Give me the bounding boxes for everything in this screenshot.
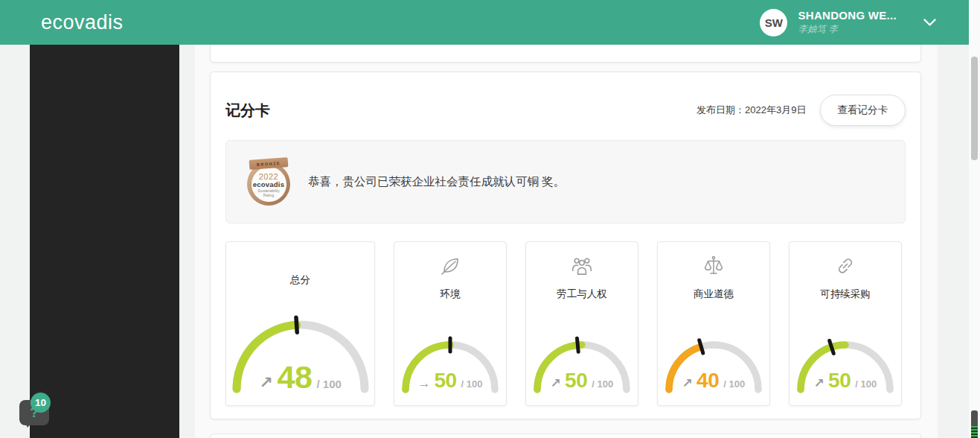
gauge-card-2: 环境→50/ 100 (394, 241, 507, 406)
gauge-score-max: / 100 (461, 378, 483, 390)
gauge-score: ↗50/ 100 (790, 369, 901, 393)
gauge: ↗48/ 100 (226, 313, 374, 396)
trend-up-icon: ↗ (814, 375, 824, 391)
ecovadis-dashboard-page: ecovadis SW SHANDONG WE... 李妯笃 李 记分卡 发布日… (0, 0, 980, 438)
account-dropdown[interactable]: SW SHANDONG WE... 李妯笃 李 (760, 9, 936, 36)
avatar: SW (760, 9, 787, 36)
trend-flat-icon: → (417, 376, 430, 391)
gauge-score-value: 50 (565, 369, 587, 393)
gauge-score-value: 48 (278, 359, 313, 396)
previous-section-card (210, 45, 921, 63)
leaf-icon (394, 253, 506, 279)
account-name: SHANDONG WE... (798, 9, 897, 22)
gauge-score-max: / 100 (723, 378, 745, 390)
scrollbar-thumb[interactable] (971, 57, 978, 160)
gauge-score-value: 40 (696, 369, 719, 393)
gauge-title: 总分 (226, 273, 374, 287)
scorecard-header: 记分卡 发布日期：2022年3月9日 查看记分卡 (225, 95, 906, 125)
people-icon (526, 253, 638, 279)
gauge-needle (577, 338, 579, 352)
gauge-score-max: / 100 (855, 378, 877, 390)
gauge-score: ↗48/ 100 (226, 359, 374, 396)
scrollbar-track[interactable] (969, 0, 980, 438)
chevron-down-icon (923, 19, 936, 26)
gauge-score: ↗40/ 100 (658, 369, 769, 393)
ecovadis-logo[interactable]: ecovadis (41, 11, 124, 34)
gauge-score-max: / 100 (316, 378, 341, 390)
gauge: ↗40/ 100 (658, 319, 769, 393)
gauge-needle (296, 317, 297, 332)
gauge-title: 可持续采购 (790, 288, 901, 301)
gauge-title: 劳工与人权 (526, 288, 638, 301)
publish-date: 发布日期：2022年3月9日 (696, 104, 806, 117)
page-title: 记分卡 (225, 101, 270, 121)
trend-up-icon: ↗ (682, 375, 693, 391)
gauge-score-max: / 100 (592, 378, 613, 390)
award-banner: BRONZE 2022 ecovadis Sustainability Rati… (225, 140, 906, 223)
account-subtitle: 李妯笃 李 (798, 23, 897, 36)
trend-up-icon: ↗ (551, 375, 561, 391)
gauge: →50/ 100 (394, 319, 506, 393)
gauge-needle (830, 340, 834, 353)
scorecard-card: 记分卡 发布日期：2022年3月9日 查看记分卡 BRONZE 2022 eco… (210, 72, 921, 419)
view-scorecard-button[interactable]: 查看记分卡 (820, 95, 906, 126)
scorecard-header-right: 发布日期：2022年3月9日 查看记分卡 (696, 95, 906, 126)
gauge-score: →50/ 100 (394, 369, 506, 393)
scales-icon (658, 253, 769, 279)
gauge-score: ↗50/ 100 (526, 369, 638, 393)
scrollbar-green-stripes (971, 426, 978, 438)
gauge: ↗50/ 100 (790, 319, 901, 393)
medal-brand: ecovadis (252, 180, 286, 188)
sidebar (30, 45, 179, 438)
medal-inner: 2022 ecovadis Sustainability Rating (252, 167, 286, 202)
gauge-card-4: 商业道德↗40/ 100 (657, 241, 770, 406)
gauge-score-value: 50 (828, 369, 851, 393)
gauge-card-5: 可持续采购↗50/ 100 (789, 241, 902, 406)
next-section-card (210, 434, 921, 438)
gauge-row: 总分↗48/ 100环境→50/ 100劳工与人权↗50/ 100商业道德↗40… (225, 241, 906, 406)
gauge: ↗50/ 100 (526, 319, 638, 393)
link-icon (790, 253, 901, 279)
gauge-card-1: 总分↗48/ 100 (225, 241, 375, 406)
gauge-card-3: 劳工与人权↗50/ 100 (525, 241, 638, 406)
gauge-score-value: 50 (434, 369, 456, 393)
gauge-title: 环境 (394, 288, 506, 301)
content-area: 记分卡 发布日期：2022年3月9日 查看记分卡 BRONZE 2022 eco… (195, 45, 938, 438)
award-banner-text: 恭喜，贵公司已荣获企业社会责任成就认可铜 奖。 (308, 174, 565, 190)
gauge-needle (699, 340, 703, 353)
account-text: SHANDONG WE... 李妯笃 李 (798, 9, 897, 36)
help-notification-badge: 10 (31, 393, 51, 413)
medal-tagline: Sustainability Rating (256, 188, 281, 198)
top-navbar: ecovadis SW SHANDONG WE... 李妯笃 李 (0, 0, 969, 45)
bronze-medal: BRONZE 2022 ecovadis Sustainability Rati… (244, 158, 293, 206)
trend-up-icon: ↗ (259, 373, 272, 393)
gauge-title: 商业道德 (658, 288, 769, 301)
